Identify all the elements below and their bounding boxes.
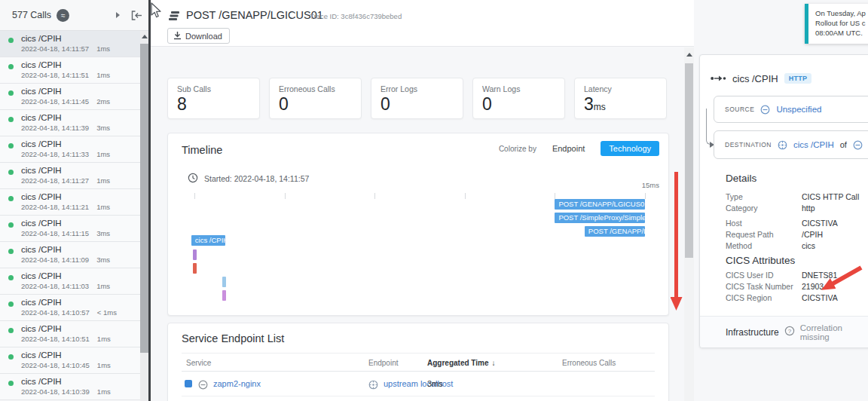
aggregated-time-value: 3ms xyxy=(427,379,443,388)
infrastructure-label: Infrastructure xyxy=(726,327,779,338)
collapse-panel-icon[interactable] xyxy=(131,11,142,20)
call-list-item[interactable]: cics /CPIH 2022-04-18, 14:11:211ms xyxy=(0,189,140,216)
axis-tick xyxy=(465,193,466,199)
started-label: Started: 2022-04-18, 14:11:57 xyxy=(204,174,309,183)
endpoint-table-header: Service Endpoint Aggregated Time↓ Errone… xyxy=(182,353,655,372)
destination-service-link[interactable]: cics /CPIH xyxy=(793,140,834,149)
stat-label: Sub Calls xyxy=(177,84,259,93)
detail-call-name: cics /CPIH xyxy=(732,73,778,84)
colorize-endpoint-button[interactable]: Endpoint xyxy=(544,141,593,156)
axis-tick xyxy=(374,193,375,199)
call-name: cics /CPIH xyxy=(21,139,137,149)
call-list-item[interactable]: cics /CPIH 2022-04-18, 14:11:093ms xyxy=(0,242,140,268)
timeline-span[interactable]: POST /GENAPP/LGIC... xyxy=(585,226,645,237)
call-list-item[interactable]: cics /CPIH 2022-04-18, 14:11:452ms xyxy=(0,84,140,110)
stat-card: Sub Calls 8 xyxy=(167,78,260,119)
timeline-span-tick[interactable] xyxy=(222,277,226,287)
axis-tick xyxy=(194,193,195,199)
call-list-item[interactable]: cics /CPIH 2022-04-18, 14:11:511ms xyxy=(0,57,140,84)
call-list-item[interactable]: cics /CPIH 2022-04-18, 14:11:393ms xyxy=(0,110,140,136)
call-list-item[interactable]: cics /CPIH 2022-04-18, 14:10:451ms xyxy=(0,347,140,374)
main-scrollbar-thumb[interactable] xyxy=(685,63,693,258)
call-timestamp: 2022-04-18, 14:11:33 xyxy=(21,150,89,158)
question-circle-icon[interactable]: ? xyxy=(784,326,795,339)
column-service[interactable]: Service xyxy=(186,359,211,367)
column-aggregated-time[interactable]: Aggregated Time↓ xyxy=(427,359,496,367)
unspecified-icon xyxy=(760,105,770,115)
timeline-axis xyxy=(194,193,645,199)
call-list-item[interactable]: cics /CPIH 2022-04-18, 14:11:031ms xyxy=(0,268,140,295)
call-list-item[interactable]: cics /CPIH 2022-04-18, 14:11:571ms xyxy=(0,31,140,57)
host-icon xyxy=(853,140,863,150)
column-endpoint[interactable]: Endpoint xyxy=(368,359,398,367)
call-name: cics /CPIH xyxy=(21,271,137,281)
stat-card: Erroneous Calls 0 xyxy=(269,78,362,119)
timeline-span[interactable]: POST /SimpleProxy/SimpleProxy xyxy=(555,213,645,223)
status-dot-icon xyxy=(8,328,14,333)
service-link[interactable]: zapm2-nginx xyxy=(213,379,261,388)
call-timestamp: 2022-04-18, 14:10:57 xyxy=(21,308,90,317)
timeline-span[interactable]: cics /CPIH xyxy=(191,235,225,246)
expand-arrow-icon[interactable] xyxy=(116,12,120,18)
infrastructure-footer: Infrastructure ? Correlation missing xyxy=(700,316,868,347)
sidebar-scroll-up-icon[interactable] xyxy=(142,35,148,38)
status-dot-icon xyxy=(8,222,14,228)
axis-tick xyxy=(285,193,286,199)
colorize-technology-button[interactable]: Technology xyxy=(601,141,659,156)
endpoint-icon xyxy=(368,379,378,393)
call-duration: 1ms xyxy=(97,361,111,369)
detail-row-value: http xyxy=(802,204,815,213)
timeline-span-tick[interactable] xyxy=(193,249,197,260)
started-row: Started: 2022-04-18, 14:11:57 xyxy=(188,173,309,185)
download-button[interactable]: Download xyxy=(167,28,230,44)
call-duration: 2ms xyxy=(96,97,110,106)
call-name: cics /CPIH xyxy=(21,350,137,360)
column-erroneous-calls[interactable]: Erroneous Calls xyxy=(562,359,616,367)
calls-sidebar: 577 Calls ≈ cics /CPIH 2022-04-18, 14:11… xyxy=(0,0,151,401)
detail-row: Request Path /CPIH xyxy=(726,228,868,240)
detail-row-label: CICS Region xyxy=(726,293,802,302)
call-list-item[interactable]: cics /CPIH 2022-04-18, 14:11:271ms xyxy=(0,163,140,189)
trace-header: POST /GENAPP/LGICUS01 Trace ID: 3c8f436c… xyxy=(151,0,694,47)
stat-value: 3ms xyxy=(584,94,666,117)
stat-label: Latency xyxy=(584,84,666,93)
call-list-item[interactable]: cics /CPIH 2022-04-18, 14:10:511ms xyxy=(0,321,140,347)
call-list: cics /CPIH 2022-04-18, 14:11:571ms cics … xyxy=(0,31,140,400)
details-rows: Type CICS HTTP Call Category http Host C… xyxy=(726,191,868,251)
protocol-badge: HTTP xyxy=(784,73,812,84)
sidebar-scrollbar-thumb[interactable] xyxy=(140,44,148,353)
detail-row-label: Type xyxy=(726,192,802,201)
call-list-item[interactable]: cics /CPIH 2022-04-18, 14:11:331ms xyxy=(0,136,140,163)
stat-value: 0 xyxy=(482,94,564,117)
download-icon xyxy=(173,31,182,41)
timeline-span-tick[interactable] xyxy=(222,290,226,301)
timeline-span-tick[interactable] xyxy=(193,263,197,274)
call-name: cics /CPIH xyxy=(21,166,137,176)
main-scroll-up-icon[interactable] xyxy=(686,53,692,57)
timeline-span[interactable]: POST /GENAPP/LGICUS01 xyxy=(555,199,645,210)
call-name: cics /CPIH xyxy=(21,60,137,70)
notification-toast[interactable]: On Tuesday, Ap Rollout for US c 08:00AM … xyxy=(805,4,868,44)
axis-tick xyxy=(555,193,555,199)
status-dot-icon xyxy=(8,90,14,96)
correlation-status: Correlation missing xyxy=(800,323,868,341)
stat-value: 0 xyxy=(279,94,361,117)
details-heading: Details xyxy=(726,173,756,184)
source-link[interactable]: Unspecified xyxy=(776,105,821,114)
sort-desc-icon[interactable]: ↓ xyxy=(492,359,496,367)
live-refresh-badge[interactable]: ≈ xyxy=(57,9,69,22)
call-list-item[interactable]: cics /CPIH 2022-04-18, 14:10:391ms xyxy=(0,374,140,400)
cics-attributes-heading: CICS Attributes xyxy=(726,255,795,266)
detail-row-label: Method xyxy=(726,241,802,250)
calls-count-title: 577 Calls xyxy=(12,10,51,20)
detail-row-value: /CPIH xyxy=(802,230,823,239)
status-dot-icon xyxy=(8,381,14,386)
endpoint-table-row[interactable]: zapm2-nginx upstream localhost 3ms xyxy=(182,372,655,396)
status-dot-icon xyxy=(8,249,14,254)
call-list-item[interactable]: cics /CPIH 2022-04-18, 14:10:57< 1ms xyxy=(0,295,140,321)
detail-row: Type CICS HTTP Call xyxy=(726,191,868,202)
sidebar-panel-divider[interactable] xyxy=(148,0,151,401)
call-name: cics /CPIH xyxy=(21,113,137,123)
status-dot-icon xyxy=(8,38,14,43)
call-list-item[interactable]: cics /CPIH 2022-04-18, 14:11:153ms xyxy=(0,216,140,242)
